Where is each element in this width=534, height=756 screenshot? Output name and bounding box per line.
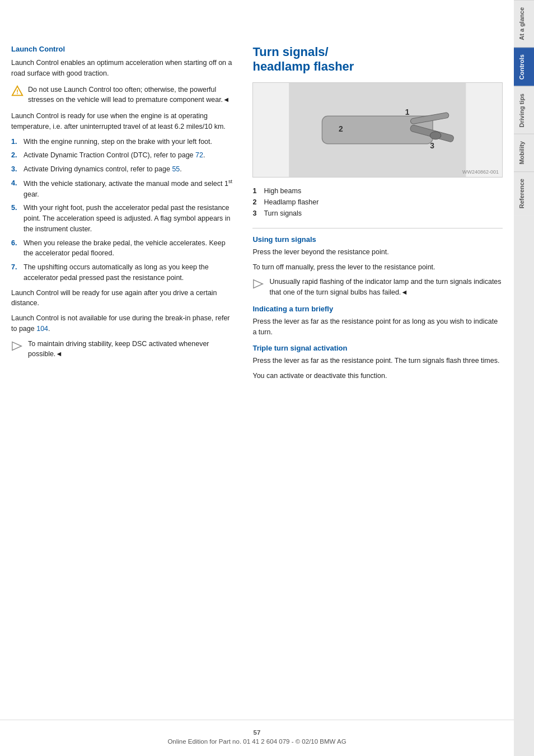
link-72[interactable]: 72 (195, 151, 203, 159)
turn-signals-heading: Turn signals/ headlamp flasher (252, 45, 503, 74)
svg-text:1: 1 (405, 108, 410, 116)
step-5-num: 5. (11, 203, 21, 234)
triple-signal-heading: Triple turn signal activation (252, 344, 503, 352)
item-2: 2 Headlamp flasher (252, 197, 503, 208)
step-1-text: With the engine running, step on the bra… (24, 137, 212, 147)
launch-ready-text: Launch Control is ready for use when the… (11, 111, 236, 132)
step-2: 2. Activate Dynamic Traction Control (DT… (11, 150, 236, 161)
step-2-num: 2. (11, 150, 21, 161)
steering-lever-svg: 2 1 3 (253, 83, 502, 177)
turn-signals-heading-line1: Turn signals/ (252, 45, 328, 59)
item-3: 3 Turn signals (252, 208, 503, 219)
step-6-num: 6. (11, 238, 21, 259)
indicator-triangle-icon (252, 278, 265, 290)
step-6: 6. When you release the brake pedal, the… (11, 238, 236, 259)
right-column: Turn signals/ headlamp flasher (247, 45, 503, 708)
sidebar-tab-reference[interactable]: Reference (514, 171, 534, 215)
launch-control-heading: Launch Control (11, 45, 236, 53)
launch-control-intro: Launch Control enables an optimum accele… (11, 58, 236, 79)
step-1-num: 1. (11, 137, 21, 147)
item-1-label: High beams (264, 185, 301, 197)
left-column: Launch Control Launch Control enables an… (11, 45, 247, 708)
using-text-1: Press the lever beyond the resistance po… (252, 247, 503, 258)
after-use-text: Launch Control will be ready for use aga… (11, 288, 236, 309)
break-in-text: Launch Control is not available for use … (11, 313, 236, 334)
image-watermark: WW240862-001 (462, 169, 499, 175)
item-3-label: Turn signals (264, 208, 302, 219)
link-55[interactable]: 55 (172, 165, 180, 173)
svg-text:2: 2 (339, 124, 344, 133)
sidebar-tab-at-a-glance[interactable]: At a glance (514, 0, 534, 47)
using-turn-signals-heading: Using turn signals (252, 235, 503, 244)
main-content: Launch Control Launch Control enables an… (0, 0, 514, 756)
item-1: 1 High beams (252, 185, 503, 197)
step-7-text: The upshifting occurs automatically as l… (24, 262, 236, 283)
note-triangle-icon (11, 340, 24, 352)
triple-text-1: Press the lever as far as the resistance… (252, 356, 503, 366)
page-number: 57 (11, 729, 503, 736)
sidebar-tab-controls[interactable]: Controls (514, 47, 534, 86)
step-2-text: Activate Dynamic Traction Control (DTC),… (24, 150, 205, 161)
sidebar: At a glance Controls Driving tips Mobili… (514, 0, 534, 756)
indicator-note-text: Unusually rapid flashing of the indicato… (269, 277, 503, 298)
triple-text-2: You can activate or deactivate this func… (252, 371, 503, 381)
step-4-num: 4. (11, 178, 21, 200)
item-2-label: Headlamp flasher (264, 197, 318, 208)
step-6-text: When you release the brake pedal, the ve… (24, 238, 236, 259)
indicator-note-box: Unusually rapid flashing of the indicato… (252, 277, 503, 298)
step-3: 3. Activate Driving dynamics control, re… (11, 164, 236, 175)
warning-text: Do not use Launch Control too often; oth… (28, 85, 236, 106)
step-4: 4. With the vehicle stationary, activate… (11, 178, 236, 200)
sidebar-tab-driving-tips[interactable]: Driving tips (514, 86, 534, 134)
svg-text:3: 3 (430, 141, 435, 150)
indicating-text: Press the lever as far as the resistance… (252, 316, 503, 338)
svg-marker-11 (254, 280, 263, 288)
warning-box: ! Do not use Launch Control too often; o… (11, 85, 236, 106)
turn-signals-image: 2 1 3 WW240862-001 (252, 82, 503, 178)
step-4-text: With the vehicle stationary, activate th… (24, 178, 236, 200)
step-1: 1. With the engine running, step on the … (11, 137, 236, 147)
step-7-num: 7. (11, 262, 21, 283)
warning-icon: ! (11, 85, 24, 97)
step-5: 5. With your right foot, push the accele… (11, 203, 236, 234)
svg-text:!: ! (16, 88, 18, 95)
footer-text: Online Edition for Part no. 01 41 2 604 … (167, 738, 346, 745)
note-box: To maintain driving stability, keep DSC … (11, 339, 236, 360)
step-5-text: With your right foot, push the accelerat… (24, 203, 236, 234)
step-7: 7. The upshifting occurs automatically a… (11, 262, 236, 283)
footer: 57 Online Edition for Part no. 01 41 2 6… (0, 720, 514, 756)
note-text: To maintain driving stability, keep DSC … (28, 339, 236, 360)
svg-point-7 (430, 132, 442, 139)
items-list: 1 High beams 2 Headlamp flasher 3 Turn s… (252, 185, 503, 219)
step-3-text: Activate Driving dynamics control, refer… (24, 164, 182, 175)
indicating-turn-heading: Indicating a turn briefly (252, 305, 503, 313)
using-text-2: To turn off manually, press the lever to… (252, 262, 503, 273)
sidebar-tab-mobility[interactable]: Mobility (514, 134, 534, 171)
turn-signals-heading-line2: headlamp flasher (252, 59, 354, 73)
step-3-num: 3. (11, 164, 21, 175)
svg-marker-2 (12, 342, 22, 350)
link-104[interactable]: 104 (36, 325, 48, 333)
launch-steps-list: 1. With the engine running, step on the … (11, 137, 236, 283)
